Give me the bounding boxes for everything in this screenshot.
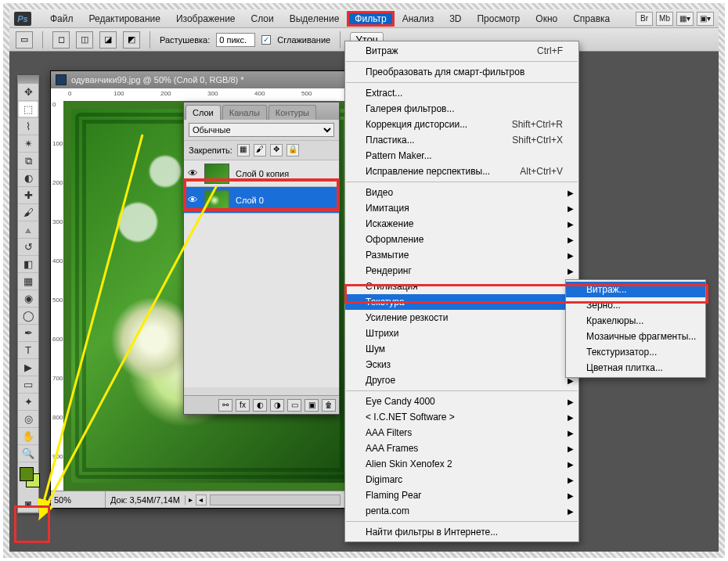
mi-aaaframes[interactable]: AAA Frames▶ bbox=[345, 441, 578, 456]
mi-eyecandy[interactable]: Eye Candy 4000▶ bbox=[345, 394, 578, 409]
mi-noise[interactable]: Шум▶ bbox=[345, 341, 578, 357]
group-icon[interactable]: ▭ bbox=[287, 399, 301, 412]
bridge-button[interactable]: Br bbox=[636, 12, 653, 26]
mi-blur[interactable]: Размытие▶ bbox=[345, 247, 578, 263]
wand-tool[interactable]: ✴ bbox=[18, 135, 38, 153]
mi-sketch[interactable]: Эскиз▶ bbox=[345, 357, 578, 372]
mi-pixelate[interactable]: Оформление▶ bbox=[345, 232, 578, 247]
menu-edit[interactable]: Редактирование bbox=[81, 11, 168, 27]
mi-craquelure[interactable]: Кракелюры... bbox=[566, 313, 705, 329]
mi-video[interactable]: Видео▶ bbox=[345, 185, 578, 200]
mi-extract[interactable]: Extract... bbox=[345, 85, 578, 101]
mi-patchwork[interactable]: Цветная плитка... bbox=[566, 360, 705, 376]
mi-last-filter[interactable]: ВитражCtrl+F bbox=[345, 43, 578, 59]
tab-layers[interactable]: Слои bbox=[186, 105, 221, 120]
mi-flamingpear[interactable]: Flaming Pear▶ bbox=[345, 487, 578, 503]
zoom-tool[interactable]: 🔍 bbox=[18, 445, 38, 462]
blur-tool[interactable]: ◉ bbox=[18, 290, 38, 307]
mi-xenofex[interactable]: Alien Skin Xenofex 2▶ bbox=[345, 456, 578, 472]
lock-all-icon[interactable]: 🔒 bbox=[287, 144, 299, 156]
antialias-check[interactable]: ✓ bbox=[261, 35, 271, 45]
mi-stained-glass[interactable]: Витраж... bbox=[566, 282, 705, 297]
mi-browse-online[interactable]: Найти фильтры в Интернете... bbox=[345, 524, 578, 540]
tab-channels[interactable]: Каналы bbox=[222, 105, 267, 120]
mi-render[interactable]: Рендеринг▶ bbox=[345, 263, 578, 279]
mi-mosaic[interactable]: Мозаичные фрагменты... bbox=[566, 329, 705, 344]
eraser-tool[interactable]: ◧ bbox=[18, 256, 38, 273]
mi-convert-smart[interactable]: Преобразовать для смарт-фильтров bbox=[345, 64, 578, 80]
menu-window[interactable]: Окно bbox=[528, 11, 565, 27]
link-layers-icon[interactable]: ⚯ bbox=[218, 399, 232, 412]
foreground-color[interactable] bbox=[20, 467, 34, 481]
mi-liquify[interactable]: Пластика...Shift+Ctrl+X bbox=[345, 132, 578, 148]
dodge-tool[interactable]: ◯ bbox=[18, 307, 38, 325]
mi-icnet[interactable]: < I.C.NET Software >▶ bbox=[345, 409, 578, 425]
menu-view[interactable]: Просмотр bbox=[469, 11, 528, 27]
color-swatches[interactable] bbox=[18, 466, 38, 495]
pen-tool[interactable]: ✒ bbox=[18, 325, 38, 342]
eyedropper-tool[interactable]: ◐ bbox=[18, 170, 38, 187]
menu-select[interactable]: Выделение bbox=[282, 11, 348, 27]
mi-pattern[interactable]: Pattern Maker... bbox=[345, 148, 578, 164]
mi-other[interactable]: Другое▶ bbox=[345, 372, 578, 388]
3d-camera-tool[interactable]: ◎ bbox=[18, 411, 38, 428]
move-tool[interactable]: ✥ bbox=[18, 84, 38, 101]
mi-sharpen[interactable]: Усиление резкости▶ bbox=[345, 310, 578, 325]
stamp-tool[interactable]: ⟁ bbox=[18, 221, 38, 239]
mi-grain[interactable]: Зерно... bbox=[566, 297, 705, 313]
scroll-left[interactable]: ◂ bbox=[196, 494, 207, 505]
mi-texture[interactable]: Текстура▶ bbox=[345, 294, 578, 310]
mi-gallery[interactable]: Галерея фильтров... bbox=[345, 101, 578, 117]
mi-lens[interactable]: Коррекция дисторсии...Shift+Ctrl+R bbox=[345, 117, 578, 132]
marquee-tool[interactable]: ⬚ bbox=[18, 101, 38, 118]
shape-tool[interactable]: ▭ bbox=[18, 376, 38, 394]
brush-tool[interactable]: 🖌 bbox=[18, 204, 38, 221]
mi-artistic[interactable]: Имитация▶ bbox=[345, 200, 578, 216]
type-tool[interactable]: T bbox=[18, 342, 38, 359]
blend-mode-select[interactable]: Обычные bbox=[189, 123, 334, 137]
lasso-tool[interactable]: ⌇ bbox=[18, 118, 38, 135]
feather-input[interactable] bbox=[216, 33, 255, 47]
mi-aaafilters[interactable]: AAA Filters▶ bbox=[345, 425, 578, 441]
document-tab[interactable]: одуванчики99.jpg @ 50% (Слой 0, RGB/8) *… bbox=[51, 71, 362, 88]
menu-3d[interactable]: 3D bbox=[441, 11, 469, 27]
menu-layers[interactable]: Слои bbox=[243, 11, 282, 27]
trash-icon[interactable]: 🗑 bbox=[322, 399, 336, 412]
heal-tool[interactable]: ✚ bbox=[18, 187, 38, 204]
sel-add[interactable]: ◫ bbox=[76, 31, 93, 49]
mi-distort[interactable]: Искажение▶ bbox=[345, 216, 578, 232]
gradient-tool[interactable]: ▦ bbox=[18, 273, 38, 290]
zoom-field[interactable]: 50% bbox=[51, 491, 106, 508]
mask-icon[interactable]: ◐ bbox=[253, 399, 267, 412]
menu-file[interactable]: Файл bbox=[42, 11, 81, 27]
mini-bridge-button[interactable]: Mb bbox=[656, 12, 673, 26]
screen-mode-button[interactable]: ▦▾ bbox=[676, 12, 694, 26]
mi-vanishing[interactable]: Исправление перспективы...Alt+Ctrl+V bbox=[345, 164, 578, 179]
menu-filter[interactable]: Фильтр bbox=[347, 11, 394, 27]
mi-penta[interactable]: penta.com▶ bbox=[345, 503, 578, 519]
crop-tool[interactable]: ⧉ bbox=[18, 153, 38, 170]
mi-texturizer[interactable]: Текстуризатор... bbox=[566, 344, 705, 360]
menu-image[interactable]: Изображение bbox=[168, 11, 243, 27]
mi-strokes[interactable]: Штрихи▶ bbox=[345, 325, 578, 341]
workspace-button[interactable]: ▣▾ bbox=[697, 12, 714, 26]
layer-name[interactable]: Слой 0 копия bbox=[232, 169, 339, 178]
history-brush-tool[interactable]: ↺ bbox=[18, 239, 38, 256]
mi-digimarc[interactable]: Digimarc▶ bbox=[345, 472, 578, 487]
adjustment-icon[interactable]: ◑ bbox=[270, 399, 284, 412]
path-tool[interactable]: ▶ bbox=[18, 359, 38, 376]
hand-tool[interactable]: ✋ bbox=[18, 428, 38, 445]
scrollbar-h[interactable] bbox=[210, 494, 341, 505]
tool-preset[interactable]: ▭ bbox=[16, 31, 33, 49]
lock-transparent-icon[interactable]: ▦ bbox=[237, 144, 250, 156]
mi-stylize[interactable]: Стилизация▶ bbox=[345, 279, 578, 294]
lock-pixels-icon[interactable]: 🖌 bbox=[254, 144, 266, 156]
tab-paths[interactable]: Контуры bbox=[268, 105, 316, 120]
3d-tool[interactable]: ✦ bbox=[18, 394, 38, 411]
visibility-icon[interactable]: 👁 bbox=[184, 167, 201, 179]
menu-help[interactable]: Справка bbox=[565, 11, 618, 27]
lock-position-icon[interactable]: ✥ bbox=[270, 144, 283, 156]
sel-new[interactable]: ◻ bbox=[52, 31, 70, 49]
sel-sub[interactable]: ◪ bbox=[99, 31, 117, 49]
menu-analysis[interactable]: Анализ bbox=[395, 11, 442, 27]
